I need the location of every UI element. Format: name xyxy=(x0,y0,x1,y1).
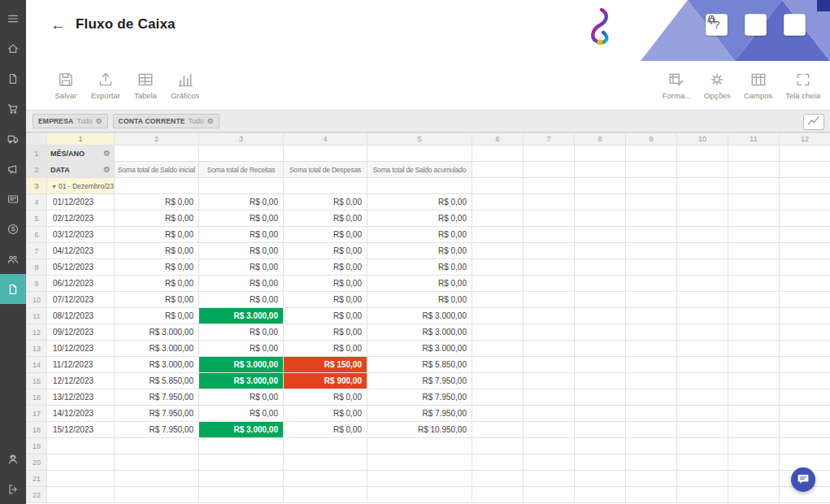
empty-cell[interactable] xyxy=(780,292,830,308)
empty-cell[interactable] xyxy=(626,341,677,357)
date-cell[interactable]: 01/12/2023 xyxy=(47,194,115,211)
value-cell[interactable]: R$ 0,00 xyxy=(284,308,367,324)
value-cell[interactable]: R$ 0,00 xyxy=(115,259,199,276)
empty-cell[interactable] xyxy=(575,227,626,243)
value-cell[interactable]: R$ 0,00 xyxy=(284,389,367,406)
row-header[interactable]: 13 xyxy=(27,341,47,357)
empty-cell[interactable] xyxy=(780,194,830,211)
empty-cell[interactable] xyxy=(115,146,199,162)
value-cell[interactable]: R$ 3.000,00 xyxy=(199,308,284,324)
sidebar-item-logout[interactable] xyxy=(0,474,26,504)
empty-cell[interactable] xyxy=(575,308,626,324)
empty-cell[interactable] xyxy=(626,308,677,324)
empty-cell[interactable] xyxy=(728,211,780,227)
row-header[interactable]: 20 xyxy=(27,454,47,471)
value-cell[interactable]: R$ 0,00 xyxy=(199,276,284,292)
column-header[interactable]: 8 xyxy=(575,133,626,146)
empty-cell[interactable] xyxy=(524,178,575,194)
row-header[interactable]: 12 xyxy=(27,324,47,341)
empty-cell[interactable] xyxy=(728,324,780,341)
empty-cell[interactable] xyxy=(677,276,728,292)
chart-edit-button[interactable] xyxy=(803,114,824,130)
empty-cell[interactable] xyxy=(284,487,367,503)
empty-cell[interactable] xyxy=(472,178,524,194)
value-cell[interactable]: R$ 0,00 xyxy=(284,341,367,357)
date-cell[interactable]: 08/12/2023 xyxy=(47,308,115,324)
value-cell[interactable]: R$ 3.000,00 xyxy=(367,324,472,341)
empty-cell[interactable] xyxy=(626,162,677,178)
measure-header-cell[interactable]: Soma total de Saldo inicial xyxy=(115,162,199,178)
sidebar-item-finance[interactable] xyxy=(0,214,26,244)
value-cell[interactable]: R$ 0,00 xyxy=(367,227,472,243)
empty-cell[interactable] xyxy=(115,454,199,471)
empty-cell[interactable] xyxy=(575,422,626,438)
value-cell[interactable]: R$ 0,00 xyxy=(115,308,199,324)
empty-cell[interactable] xyxy=(472,146,524,162)
value-cell[interactable]: R$ 0,00 xyxy=(115,211,199,227)
empty-cell[interactable] xyxy=(677,292,728,308)
empty-cell[interactable] xyxy=(780,357,830,373)
empty-cell[interactable] xyxy=(524,292,575,308)
empty-cell[interactable] xyxy=(626,292,677,308)
value-cell[interactable]: R$ 3.000,00 xyxy=(115,324,199,341)
empty-cell[interactable] xyxy=(472,292,524,308)
empty-cell[interactable] xyxy=(677,487,728,503)
row-header[interactable]: 7 xyxy=(27,243,47,259)
value-cell[interactable]: R$ 0,00 xyxy=(199,389,284,406)
empty-cell[interactable] xyxy=(780,227,830,243)
empty-cell[interactable] xyxy=(524,422,575,438)
empty-cell[interactable] xyxy=(575,146,626,162)
empty-cell[interactable] xyxy=(472,243,524,259)
empty-cell[interactable] xyxy=(626,276,677,292)
value-cell[interactable]: R$ 900,00 xyxy=(284,373,367,389)
row-header[interactable]: 15 xyxy=(27,373,47,389)
empty-cell[interactable] xyxy=(284,438,367,454)
sidebar-item-delivery[interactable] xyxy=(0,124,26,154)
value-cell[interactable]: R$ 10.950,00 xyxy=(367,422,472,438)
empty-cell[interactable] xyxy=(626,373,677,389)
empty-cell[interactable] xyxy=(677,146,728,162)
empty-cell[interactable] xyxy=(677,178,728,194)
empty-cell[interactable] xyxy=(472,422,524,438)
sidebar-item-cards[interactable] xyxy=(0,184,26,214)
empty-cell[interactable] xyxy=(728,487,780,503)
value-cell[interactable]: R$ 0,00 xyxy=(199,292,284,308)
date-cell[interactable]: 11/12/2023 xyxy=(47,357,115,373)
empty-cell[interactable] xyxy=(780,389,830,406)
empty-cell[interactable] xyxy=(367,146,472,162)
row-header[interactable]: 16 xyxy=(27,389,47,406)
row-header[interactable]: 21 xyxy=(27,471,47,487)
date-cell[interactable]: 07/12/2023 xyxy=(47,292,115,308)
export-button[interactable]: Exportar xyxy=(88,69,124,102)
empty-cell[interactable] xyxy=(780,373,830,389)
value-cell[interactable]: R$ 0,00 xyxy=(284,422,367,438)
value-cell[interactable]: R$ 0,00 xyxy=(199,324,284,341)
empty-cell[interactable] xyxy=(575,243,626,259)
empty-cell[interactable] xyxy=(524,487,575,503)
empty-cell[interactable] xyxy=(677,389,728,406)
options-button[interactable]: Opções xyxy=(701,69,734,102)
table-view-button[interactable]: Tabela xyxy=(130,69,161,102)
empty-cell[interactable] xyxy=(472,389,524,406)
value-cell[interactable]: R$ 0,00 xyxy=(284,194,367,211)
empty-cell[interactable] xyxy=(728,438,780,454)
empty-cell[interactable] xyxy=(367,454,472,471)
column-header[interactable]: 2 xyxy=(115,133,199,146)
value-cell[interactable]: R$ 7.950,00 xyxy=(115,406,199,422)
empty-cell[interactable] xyxy=(524,454,575,471)
empty-cell[interactable] xyxy=(472,406,524,422)
empty-cell[interactable] xyxy=(626,227,677,243)
sidebar-item-documents[interactable] xyxy=(0,63,26,93)
empty-cell[interactable] xyxy=(575,438,626,454)
empty-cell[interactable] xyxy=(524,243,575,259)
empty-cell[interactable] xyxy=(728,357,780,373)
fields-button[interactable]: Campos xyxy=(741,69,776,102)
empty-cell[interactable] xyxy=(47,487,115,503)
row-header[interactable]: 18 xyxy=(27,422,47,438)
empty-cell[interactable] xyxy=(728,389,780,406)
empty-cell[interactable] xyxy=(677,341,728,357)
value-cell[interactable]: R$ 5.850,00 xyxy=(115,373,199,389)
empty-cell[interactable] xyxy=(575,357,626,373)
empty-cell[interactable] xyxy=(575,276,626,292)
value-cell[interactable]: R$ 0,00 xyxy=(115,243,199,259)
